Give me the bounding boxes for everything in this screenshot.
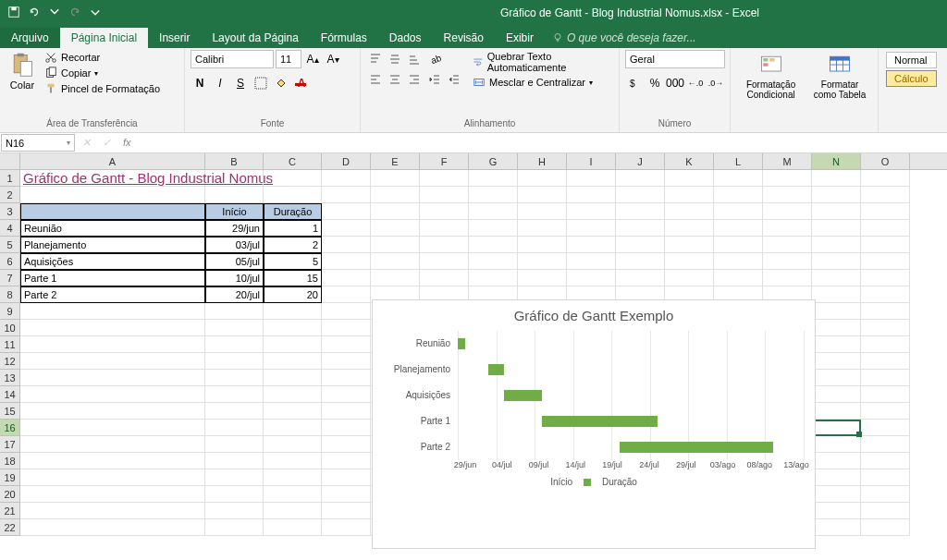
cell-I4[interactable]: [567, 220, 616, 237]
col-header-H[interactable]: H: [518, 153, 567, 169]
cell-G2[interactable]: [469, 187, 518, 203]
cell-O14[interactable]: [861, 386, 910, 403]
cell-F5[interactable]: [420, 237, 469, 253]
col-header-K[interactable]: K: [665, 153, 714, 169]
align-bottom-button[interactable]: [405, 50, 424, 68]
align-top-button[interactable]: [366, 50, 385, 68]
cell-O5[interactable]: [861, 237, 910, 253]
font-name-combo[interactable]: Calibri: [191, 50, 274, 68]
cell-A15[interactable]: [20, 403, 205, 420]
cell-D6[interactable]: [322, 253, 371, 270]
cell-A19[interactable]: [20, 469, 205, 486]
cell-O11[interactable]: [861, 336, 910, 353]
cell-H4[interactable]: [518, 220, 567, 237]
cell-K5[interactable]: [665, 237, 714, 253]
cell-E2[interactable]: [371, 187, 420, 203]
cell-N14[interactable]: [812, 386, 861, 403]
tab-layout[interactable]: Layout da Página: [201, 28, 309, 48]
cell-O16[interactable]: [861, 420, 910, 436]
cell-I1[interactable]: [567, 170, 616, 187]
row-header-2[interactable]: 2: [0, 187, 20, 203]
cell-M4[interactable]: [763, 220, 812, 237]
cell-O12[interactable]: [861, 353, 910, 370]
currency-button[interactable]: $: [625, 74, 644, 92]
cell-B22[interactable]: [205, 519, 264, 536]
cell-C7[interactable]: 15: [264, 270, 322, 286]
cell-C2[interactable]: [264, 187, 322, 203]
cell-A20[interactable]: [20, 486, 205, 503]
cell-B3[interactable]: Início: [205, 203, 264, 220]
cell-N9[interactable]: [812, 303, 861, 320]
cell-C9[interactable]: [264, 303, 322, 320]
align-left-button[interactable]: [366, 70, 385, 89]
cell-J5[interactable]: [616, 237, 665, 253]
row-header-20[interactable]: 20: [0, 486, 20, 503]
cell-A1[interactable]: Gráfico de Gantt - Blog Industrial Nomus: [20, 170, 205, 187]
cell-L6[interactable]: [714, 253, 763, 270]
cell-K1[interactable]: [665, 170, 714, 187]
cell-N6[interactable]: [812, 253, 861, 270]
style-calc[interactable]: Cálculo: [886, 70, 937, 87]
cell-O6[interactable]: [861, 253, 910, 270]
row-header-16[interactable]: 16: [0, 420, 20, 436]
fill-color-button[interactable]: [272, 74, 290, 92]
save-icon[interactable]: [7, 6, 20, 21]
cell-O9[interactable]: [861, 303, 910, 320]
conditional-format-button[interactable]: Formatação Condicional: [736, 50, 806, 102]
cell-L3[interactable]: [714, 203, 763, 220]
number-format-combo[interactable]: Geral: [625, 50, 725, 68]
cell-D15[interactable]: [322, 403, 371, 420]
cell-C1[interactable]: [264, 170, 322, 187]
row-header-14[interactable]: 14: [0, 386, 20, 403]
decrease-indent-button[interactable]: [425, 70, 444, 89]
cell-N17[interactable]: [812, 436, 861, 453]
cell-D14[interactable]: [322, 386, 371, 403]
cell-O21[interactable]: [861, 503, 910, 519]
cell-G4[interactable]: [469, 220, 518, 237]
cancel-icon[interactable]: ✕: [82, 137, 95, 150]
cell-A4[interactable]: Reunião: [20, 220, 205, 237]
cell-F6[interactable]: [420, 253, 469, 270]
cell-B20[interactable]: [205, 486, 264, 503]
cell-E6[interactable]: [371, 253, 420, 270]
comma-button[interactable]: 000: [666, 74, 684, 92]
cell-B2[interactable]: [205, 187, 264, 203]
tab-home[interactable]: Página Inicial: [60, 28, 148, 48]
col-header-C[interactable]: C: [264, 153, 322, 169]
cell-N8[interactable]: [812, 286, 861, 303]
cell-A16[interactable]: [20, 420, 205, 436]
cell-J2[interactable]: [616, 187, 665, 203]
redo-icon[interactable]: [68, 6, 81, 21]
italic-button[interactable]: I: [211, 74, 229, 92]
cell-O7[interactable]: [861, 270, 910, 286]
cell-B11[interactable]: [205, 336, 264, 353]
cell-E7[interactable]: [371, 270, 420, 286]
cell-O3[interactable]: [861, 203, 910, 220]
cell-C10[interactable]: [264, 320, 322, 336]
col-header-N[interactable]: N: [812, 153, 861, 169]
cell-D17[interactable]: [322, 436, 371, 453]
cell-C4[interactable]: 1: [264, 220, 322, 237]
cell-B19[interactable]: [205, 469, 264, 486]
col-header-A[interactable]: A: [20, 153, 205, 169]
cell-B5[interactable]: 03/jul: [205, 237, 264, 253]
cell-O13[interactable]: [861, 370, 910, 386]
fx-button[interactable]: fx: [123, 137, 136, 150]
cell-J7[interactable]: [616, 270, 665, 286]
row-header-9[interactable]: 9: [0, 303, 20, 320]
borders-button[interactable]: [252, 74, 270, 92]
cell-N13[interactable]: [812, 370, 861, 386]
col-header-F[interactable]: F: [420, 153, 469, 169]
row-header-4[interactable]: 4: [0, 220, 20, 237]
cell-A17[interactable]: [20, 436, 205, 453]
cell-A8[interactable]: Parte 2: [20, 286, 205, 303]
cell-C13[interactable]: [264, 370, 322, 386]
percent-button[interactable]: %: [646, 74, 664, 92]
chevron-down-icon[interactable]: [48, 6, 61, 21]
col-header-E[interactable]: E: [371, 153, 420, 169]
style-normal[interactable]: Normal: [886, 52, 937, 68]
row-header-1[interactable]: 1: [0, 170, 20, 187]
cell-N16[interactable]: [812, 420, 861, 436]
row-header-18[interactable]: 18: [0, 453, 20, 469]
cell-H7[interactable]: [518, 270, 567, 286]
